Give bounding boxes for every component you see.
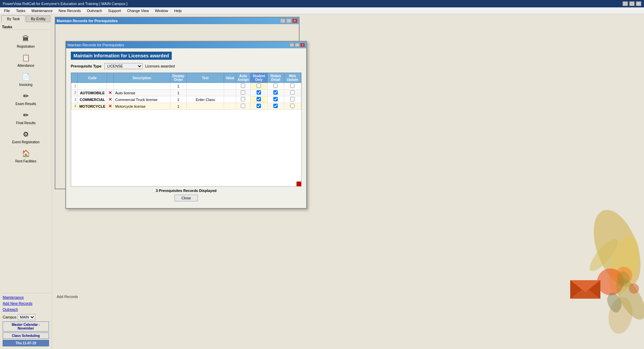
tab-by-task[interactable]: By Task <box>1 15 25 22</box>
cell-display-order: 1 <box>170 96 186 103</box>
col-student-only: Student Only <box>250 73 267 83</box>
cell-web-update[interactable] <box>284 103 301 110</box>
campus-select[interactable]: MAIN <box>18 314 35 320</box>
registration-label: Registration <box>17 45 35 48</box>
cell-student-only[interactable] <box>250 96 267 103</box>
dialog-restore[interactable]: □ <box>295 43 300 47</box>
dialog-titlebar: Maintain Records for Prerequisites ─ □ ✕ <box>66 42 306 48</box>
menu-file[interactable]: File <box>1 8 13 13</box>
sidebar-item-rent-facilities[interactable]: 🏠 Rent Facilities <box>1 146 50 165</box>
col-auto-assign: Auto Assign <box>236 73 250 83</box>
cell-student-only[interactable] <box>250 103 267 110</box>
cell-retain-detail[interactable] <box>268 103 284 110</box>
cell-retain-detail[interactable] <box>268 96 284 103</box>
maintenance-link[interactable]: Maintenance <box>3 295 49 300</box>
svg-point-6 <box>629 284 639 294</box>
cell-retain-detail[interactable] <box>268 90 284 96</box>
cell-student-only[interactable] <box>250 83 267 90</box>
col-display-order: Display Order <box>170 73 186 83</box>
cell-value <box>224 83 236 90</box>
cell-delete[interactable]: ✕ <box>107 96 114 103</box>
sidebar: By Task By Entity Tasks 🏛 Registration 📋… <box>0 14 52 349</box>
exam-results-label: Exam Results <box>15 102 36 106</box>
main-window: Maintain Records for Prerequisites ─ □ ✕… <box>55 17 300 189</box>
records-table-container: Code Description Display Order Text Valu… <box>71 72 302 187</box>
dialog-controls: ─ □ ✕ <box>289 43 305 47</box>
title-bar: PowerVista RollCall for Everyone's Educa… <box>0 0 644 7</box>
menu-tasks[interactable]: Tasks <box>13 8 28 13</box>
attendance-icon: 📋 <box>20 52 31 63</box>
restore-button[interactable]: □ <box>629 1 635 6</box>
cell-text: Enter Class <box>187 96 224 103</box>
main-window-close[interactable]: ✕ <box>292 18 298 23</box>
cell-retain-detail[interactable] <box>268 83 284 90</box>
sidebar-item-registration[interactable]: 🏛 Registration <box>1 31 50 50</box>
rent-facilities-label: Rent Facilities <box>15 159 37 163</box>
cell-auto-assign[interactable] <box>236 83 250 90</box>
class-scheduling-button[interactable]: Class Scheduling <box>3 333 49 339</box>
cell-auto-assign[interactable] <box>236 103 250 110</box>
master-calendar-button[interactable]: Master Calendar - November <box>3 321 49 332</box>
cell-web-update[interactable] <box>284 90 301 96</box>
campus-row: Campus MAIN <box>3 314 49 320</box>
add-records-text: Add Records <box>57 295 78 299</box>
minimize-button[interactable]: ─ <box>623 1 628 6</box>
cell-student-only[interactable] <box>250 90 267 96</box>
dialog-title: Maintain Records for Prerequisites <box>67 43 124 47</box>
menu-bar: File Tasks Maintenance New Records Outre… <box>0 7 644 14</box>
menu-outreach[interactable]: Outreach <box>84 8 105 13</box>
menu-new-records[interactable]: New Records <box>56 8 84 13</box>
col-rownum <box>71 73 78 83</box>
cell-rownum: 2 <box>71 90 78 96</box>
tab-by-entity[interactable]: By Entity <box>26 15 50 22</box>
prereq-type-label: Prerequisite Type <box>71 64 102 68</box>
menu-help[interactable]: Help <box>171 8 184 13</box>
col-retain-detail: Retain Detail <box>268 73 284 83</box>
menu-window[interactable]: Window <box>152 8 171 13</box>
outreach-link[interactable]: Outreach <box>3 307 49 312</box>
cell-delete[interactable]: ✕ <box>107 90 114 96</box>
cell-value <box>224 103 236 110</box>
sidebar-item-event-registration[interactable]: ⚙ Event Registration <box>1 127 50 146</box>
envelope-decoration <box>570 277 600 299</box>
add-new-records-link[interactable]: Add New Records <box>3 301 49 306</box>
cell-auto-assign[interactable] <box>236 96 250 103</box>
app-title: PowerVista RollCall for Everyone's Educa… <box>3 2 127 6</box>
date-button[interactable]: Thu 11-07-19 <box>3 340 49 346</box>
cell-display-order: 1 <box>170 103 186 110</box>
cell-rownum: 3 <box>71 96 78 103</box>
cell-rownum: 1 <box>71 83 78 90</box>
cell-code: AUTOMOBILE <box>78 90 107 96</box>
cell-auto-assign[interactable] <box>236 90 250 96</box>
sidebar-item-exam-results[interactable]: ✏ Exam Results <box>1 89 50 108</box>
menu-support[interactable]: Support <box>105 8 124 13</box>
close-button[interactable]: ✕ <box>636 1 641 6</box>
cell-delete[interactable]: ✕ <box>107 103 114 110</box>
cell-code: COMMERCIAL <box>78 96 107 103</box>
cell-text <box>187 83 224 90</box>
main-window-titlebar: Maintain Records for Prerequisites ─ □ ✕ <box>55 17 299 24</box>
main-window-minimize[interactable]: ─ <box>280 18 285 23</box>
sidebar-item-attendance[interactable]: 📋 Attendance <box>1 50 50 69</box>
records-table: Code Description Display Order Text Valu… <box>71 73 301 110</box>
cell-web-update[interactable] <box>284 83 301 90</box>
close-dialog-button[interactable]: Close <box>174 195 198 201</box>
menu-change-view[interactable]: Change View <box>124 8 152 13</box>
col-value: Value <box>224 73 236 83</box>
menu-maintenance[interactable]: Maintenance <box>29 8 55 13</box>
cell-code <box>78 83 107 90</box>
attendance-label: Attendance <box>17 64 35 67</box>
table-header-row: Code Description Display Order Text Valu… <box>71 73 301 83</box>
sidebar-item-final-results[interactable]: ✏ Final Results <box>1 108 50 127</box>
prereq-type-select[interactable]: LICENSE CERTIFICATION DEGREE <box>104 63 143 69</box>
title-bar-buttons: ─ □ ✕ <box>623 1 641 6</box>
table-row: 3COMMERCIAL✕Commercial Truck license1Ent… <box>71 96 301 103</box>
sidebar-item-invoicing[interactable]: 📄 Invoicing <box>1 69 50 89</box>
dialog-minimize[interactable]: ─ <box>289 43 294 47</box>
main-window-restore[interactable]: □ <box>286 18 291 23</box>
final-results-label: Final Results <box>16 121 36 125</box>
tasks-label: Tasks <box>1 24 50 30</box>
dialog-close[interactable]: ✕ <box>300 43 305 47</box>
cell-description <box>114 83 170 90</box>
cell-web-update[interactable] <box>284 96 301 103</box>
